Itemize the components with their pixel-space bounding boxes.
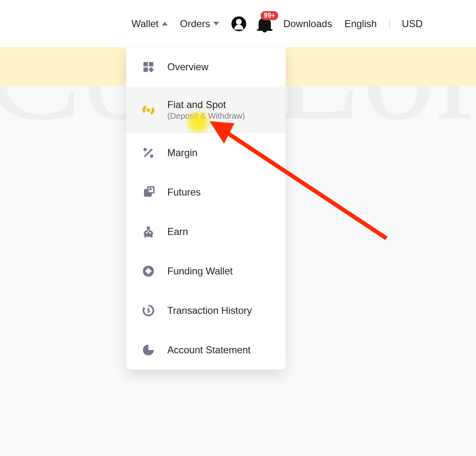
transaction-history-icon: $ bbox=[141, 303, 156, 318]
nav-notifications[interactable]: 99+ bbox=[259, 18, 271, 30]
dropdown-item-label: Funding Wallet bbox=[167, 265, 233, 277]
nav-wallet[interactable]: Wallet bbox=[132, 18, 168, 30]
nav-downloads[interactable]: Downloads bbox=[283, 18, 332, 30]
dropdown-item-label: Margin bbox=[167, 147, 197, 159]
svg-rect-0 bbox=[143, 62, 148, 67]
top-navbar: Wallet Orders 99+ Downloads English USD bbox=[0, 0, 476, 47]
svg-rect-13 bbox=[151, 236, 153, 237]
funding-wallet-icon bbox=[141, 264, 156, 279]
dropdown-item-label: Fiat and Spot bbox=[167, 99, 245, 111]
nav-wallet-label: Wallet bbox=[132, 18, 159, 30]
svg-point-11 bbox=[147, 226, 150, 230]
svg-rect-1 bbox=[149, 62, 153, 67]
dropdown-item-label: Overview bbox=[167, 61, 208, 73]
svg-marker-3 bbox=[148, 67, 154, 72]
dropdown-item-transaction-history[interactable]: $ Transaction History bbox=[126, 291, 286, 330]
dropdown-item-label: Account Statement bbox=[167, 344, 251, 356]
svg-point-4 bbox=[147, 108, 150, 112]
nav-account[interactable] bbox=[231, 16, 246, 31]
svg-point-5 bbox=[143, 148, 147, 151]
overview-icon bbox=[141, 60, 156, 74]
caret-up-icon bbox=[162, 22, 168, 25]
nav-currency[interactable]: USD bbox=[402, 18, 423, 30]
dropdown-item-funding-wallet[interactable]: Funding Wallet bbox=[126, 251, 286, 291]
dropdown-item-futures[interactable]: Futures bbox=[126, 173, 286, 212]
dropdown-item-account-statement[interactable]: Account Statement bbox=[126, 330, 286, 370]
futures-icon bbox=[141, 185, 156, 200]
user-avatar-icon bbox=[231, 16, 246, 31]
svg-rect-16 bbox=[148, 230, 149, 232]
svg-rect-2 bbox=[143, 67, 148, 72]
svg-rect-12 bbox=[144, 236, 146, 237]
dropdown-item-label: Earn bbox=[167, 226, 188, 237]
fiat-spot-icon bbox=[141, 103, 156, 117]
dropdown-item-fiat-and-spot[interactable]: Fiat and Spot (Deposit & Withdraw) bbox=[126, 87, 286, 133]
dropdown-item-label: Futures bbox=[167, 187, 201, 198]
account-statement-icon bbox=[141, 343, 156, 357]
dropdown-item-margin[interactable]: Margin bbox=[126, 133, 286, 173]
vertical-divider bbox=[389, 19, 390, 29]
nav-orders[interactable]: Orders bbox=[180, 18, 219, 30]
nav-orders-label: Orders bbox=[180, 18, 210, 30]
svg-point-14 bbox=[146, 232, 148, 234]
dropdown-item-earn[interactable]: Earn bbox=[126, 212, 286, 251]
svg-point-6 bbox=[150, 154, 153, 158]
svg-point-15 bbox=[149, 232, 151, 234]
earn-icon bbox=[141, 224, 156, 239]
dropdown-item-overview[interactable]: Overview bbox=[126, 47, 286, 87]
dropdown-item-label: Transaction History bbox=[167, 305, 252, 316]
margin-icon bbox=[141, 145, 156, 160]
dropdown-item-sublabel: (Deposit & Withdraw) bbox=[167, 111, 245, 121]
notification-badge: 99+ bbox=[261, 11, 278, 20]
caret-down-icon bbox=[213, 22, 219, 25]
wallet-dropdown: Overview Fiat and Spot (Deposit & Withdr… bbox=[126, 47, 286, 370]
nav-language[interactable]: English bbox=[344, 18, 377, 30]
